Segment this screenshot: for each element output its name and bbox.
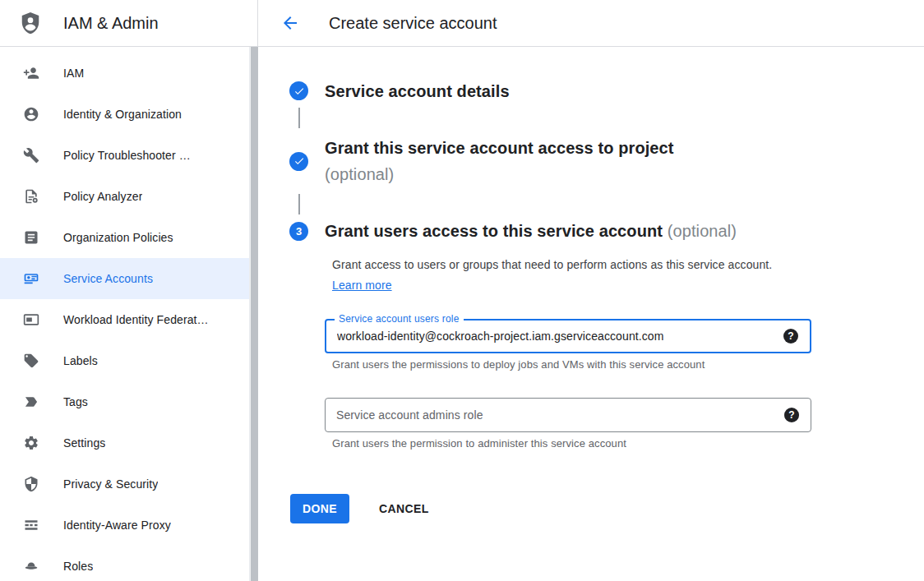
- step-2-title-text: Grant this service account access to pro…: [325, 139, 674, 157]
- card-icon: [23, 311, 39, 328]
- app-title: IAM & Admin: [63, 14, 159, 33]
- cancel-button[interactable]: CANCEL: [367, 494, 441, 523]
- tag-arrow-icon: [23, 394, 39, 410]
- back-arrow-icon[interactable]: [280, 13, 300, 33]
- step-3-title-text: Grant users access to this service accou…: [325, 222, 663, 240]
- wrench-icon: [23, 147, 39, 164]
- step-2-check-icon: [289, 152, 308, 171]
- step-3-body: Grant access to users or groups that nee…: [325, 255, 924, 450]
- top-header: IAM & Admin Create service account: [0, 0, 924, 47]
- sidebar-item-label: IAM: [63, 67, 84, 80]
- account-circle-icon: [23, 106, 39, 122]
- hat-icon: [23, 558, 39, 574]
- users-role-input[interactable]: [326, 320, 810, 352]
- step-connector: [298, 194, 300, 214]
- step-connector: [298, 108, 300, 128]
- sidebar-item-label: Roles: [63, 560, 93, 573]
- step-2-optional-text: (optional): [325, 165, 394, 183]
- sidebar-item-label: Labels: [63, 354, 98, 367]
- sidebar-item-service-accounts[interactable]: Service Accounts: [0, 258, 250, 299]
- step-3-number: 3: [296, 225, 302, 237]
- shield-half-icon: [23, 476, 39, 492]
- sidebar-item-label: Settings: [63, 436, 105, 450]
- step-3-grant-users-access: 3 Grant users access to this service acc…: [289, 221, 924, 241]
- sidebar-item-settings[interactable]: Settings: [0, 422, 250, 463]
- sidebar-item-organization-policies[interactable]: Organization Policies: [0, 217, 250, 258]
- step-1-check-icon: [289, 81, 308, 100]
- sidebar-item-privacy-security[interactable]: Privacy & Security: [0, 463, 250, 505]
- sidebar-scrollbar-track: [249, 47, 258, 581]
- service-account-admins-role-field: ?: [325, 398, 811, 432]
- sidebar-item-label: Workload Identity Federat…: [63, 313, 209, 326]
- admins-role-input[interactable]: [326, 399, 811, 431]
- sidebar-item-policy-analyzer[interactable]: Policy Analyzer: [0, 176, 250, 217]
- person-add-icon: [23, 65, 39, 81]
- step-2-title: Grant this service account access to pro…: [325, 135, 674, 187]
- admins-role-help-icon[interactable]: ?: [784, 408, 799, 422]
- product-header: IAM & Admin: [0, 0, 258, 46]
- users-role-help-icon[interactable]: ?: [783, 329, 798, 344]
- sidebar-item-label: Policy Troubleshooter …: [63, 149, 191, 162]
- step-2-grant-access-to-project: Grant this service account access to pro…: [289, 135, 924, 187]
- sidebar-item-label: Tags: [63, 395, 88, 408]
- iam-shield-logo-icon: [18, 10, 43, 36]
- sidebar-item-policy-troubleshooter[interactable]: Policy Troubleshooter …: [0, 135, 250, 176]
- step-3-title: Grant users access to this service accou…: [325, 221, 737, 241]
- form-actions: DONE CANCEL: [290, 494, 924, 523]
- done-button[interactable]: DONE: [290, 494, 349, 523]
- admins-role-helper-text: Grant users the permission to administer…: [325, 437, 924, 450]
- service-account-icon: [23, 270, 39, 287]
- step-3-description: Grant access to users or groups that nee…: [325, 255, 773, 296]
- sidebar-item-label: Identity & Organization: [63, 108, 182, 121]
- sidebar-item-labels[interactable]: Labels: [0, 340, 250, 381]
- policy-analyzer-icon: [23, 188, 39, 205]
- page-header: Create service account: [258, 0, 497, 46]
- label-icon: [23, 353, 39, 369]
- users-role-floating-label: Service account users role: [335, 313, 464, 325]
- sidebar-item-tags[interactable]: Tags: [0, 381, 250, 422]
- sidebar-item-label: Privacy & Security: [63, 477, 158, 491]
- create-service-account-panel: Service account details Grant this servi…: [258, 48, 924, 581]
- sidebar-item-roles[interactable]: Roles: [0, 546, 250, 581]
- sidebar-scrollbar-thumb[interactable]: [251, 47, 258, 581]
- description-text: Grant access to users or groups that nee…: [332, 258, 772, 271]
- sidebar-item-identity-aware-proxy[interactable]: Identity-Aware Proxy: [0, 505, 250, 546]
- article-icon: [23, 229, 39, 246]
- sidebar-item-label: Policy Analyzer: [63, 190, 142, 203]
- gear-icon: [23, 435, 39, 451]
- sidebar-item-label: Identity-Aware Proxy: [63, 519, 171, 532]
- sidebar-item-iam[interactable]: IAM: [0, 53, 250, 94]
- sidebar-item-identity-organization[interactable]: Identity & Organization: [0, 94, 250, 135]
- sidebar-item-workload-identity-federation[interactable]: Workload Identity Federat…: [0, 299, 250, 340]
- learn-more-link[interactable]: Learn more: [332, 279, 392, 292]
- sidebar-item-label: Service Accounts: [63, 272, 153, 285]
- step-3-number-badge: 3: [289, 222, 308, 241]
- page-title: Create service account: [329, 14, 497, 33]
- users-role-helper-text: Grant users the permissions to deploy jo…: [325, 358, 924, 371]
- proxy-icon: [23, 517, 39, 533]
- sidebar-item-label: Organization Policies: [63, 231, 173, 244]
- service-account-users-role-field: Service account users role ?: [325, 319, 811, 353]
- sidebar-nav: IAM Identity & Organization Policy Troub…: [0, 47, 250, 581]
- step-1-title: Service account details: [325, 81, 510, 101]
- step-1-service-account-details: Service account details: [289, 81, 924, 101]
- step-3-optional-text: (optional): [668, 222, 737, 240]
